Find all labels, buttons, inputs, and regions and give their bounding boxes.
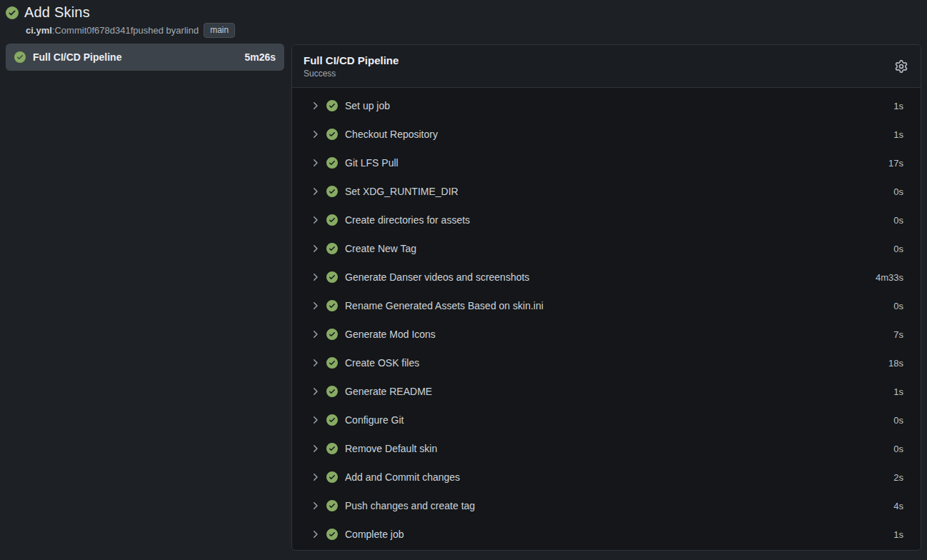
step-name: Configure Git bbox=[345, 414, 404, 426]
pushed-by-text: pushed by bbox=[133, 25, 176, 36]
commit-prefix: Commit bbox=[54, 25, 86, 36]
step-duration: 0s bbox=[893, 415, 903, 426]
step-row[interactable]: Create New Tag 0s bbox=[292, 234, 921, 263]
chevron-right-icon[interactable] bbox=[309, 529, 321, 540]
step-row[interactable]: Configure Git 0s bbox=[292, 406, 921, 434]
sidebar-job-item-full-ci-cd-pipeline[interactable]: Full CI/CD Pipeline 5m26s bbox=[6, 44, 284, 71]
step-name: Set XDG_RUNTIME_DIR bbox=[345, 186, 459, 197]
chevron-right-icon[interactable] bbox=[309, 157, 321, 169]
pusher-link[interactable]: arlind bbox=[176, 25, 199, 36]
step-row[interactable]: Create OSK files 18s bbox=[292, 349, 921, 377]
check-circle-icon bbox=[326, 300, 338, 311]
check-circle-icon bbox=[326, 529, 338, 540]
step-name: Create directories for assets bbox=[345, 214, 470, 226]
chevron-right-icon[interactable] bbox=[309, 129, 321, 140]
step-duration: 4s bbox=[893, 501, 903, 511]
step-name: Remove Default skin bbox=[345, 443, 437, 454]
step-name: Set up job bbox=[345, 100, 390, 111]
step-name: Checkout Repository bbox=[345, 129, 438, 140]
check-circle-icon bbox=[326, 329, 338, 340]
step-row[interactable]: Add and Commit changes 2s bbox=[292, 463, 921, 491]
chevron-right-icon[interactable] bbox=[309, 214, 321, 226]
job-panel-status: Success bbox=[304, 69, 399, 79]
chevron-right-icon[interactable] bbox=[309, 500, 321, 511]
step-row[interactable]: Set up job 1s bbox=[292, 91, 921, 120]
run-meta: ci.yml: Commit 0f678d341f pushed by arli… bbox=[26, 23, 235, 38]
check-circle-icon bbox=[326, 100, 338, 111]
commit-sha-link[interactable]: 0f678d341f bbox=[86, 25, 133, 36]
chevron-right-icon[interactable] bbox=[309, 357, 321, 369]
step-duration: 7s bbox=[893, 329, 903, 340]
step-row[interactable]: Complete job 1s bbox=[292, 520, 921, 549]
step-row[interactable]: Push changes and create tag 4s bbox=[292, 491, 921, 520]
step-duration: 1s bbox=[893, 101, 903, 111]
step-name: Add and Commit changes bbox=[345, 471, 460, 483]
chevron-right-icon[interactable] bbox=[309, 414, 321, 426]
job-name: Full CI/CD Pipeline bbox=[33, 51, 121, 63]
run-header: Add Skins ci.yml: Commit 0f678d341f push… bbox=[6, 4, 235, 38]
step-row[interactable]: Create directories for assets 0s bbox=[292, 206, 921, 234]
check-circle-icon bbox=[326, 471, 338, 483]
step-name: Rename Generated Assets Based on skin.in… bbox=[345, 300, 543, 311]
check-circle-icon bbox=[326, 357, 338, 369]
chevron-right-icon[interactable] bbox=[309, 186, 321, 197]
run-status-check-icon bbox=[6, 6, 19, 19]
check-circle-icon bbox=[326, 157, 338, 169]
step-name: Push changes and create tag bbox=[345, 500, 475, 511]
job-duration: 5m26s bbox=[244, 51, 276, 63]
chevron-right-icon[interactable] bbox=[309, 100, 321, 111]
chevron-right-icon[interactable] bbox=[309, 386, 321, 397]
check-circle-icon bbox=[326, 386, 338, 397]
run-title: Add Skins bbox=[24, 4, 90, 21]
chevron-right-icon[interactable] bbox=[309, 443, 321, 454]
check-circle-icon bbox=[326, 214, 338, 226]
job-panel-title: Full CI/CD Pipeline bbox=[304, 54, 399, 66]
step-name: Git LFS Pull bbox=[345, 157, 399, 169]
step-duration: 17s bbox=[888, 158, 903, 169]
step-duration: 0s bbox=[893, 244, 903, 254]
step-row[interactable]: Remove Default skin 0s bbox=[292, 434, 921, 463]
check-circle-icon bbox=[326, 443, 338, 454]
step-duration: 4m33s bbox=[876, 272, 903, 283]
step-row[interactable]: Checkout Repository 1s bbox=[292, 120, 921, 149]
step-duration: 1s bbox=[893, 386, 903, 397]
step-duration: 18s bbox=[888, 358, 903, 369]
check-circle-icon bbox=[326, 243, 338, 254]
step-duration: 0s bbox=[893, 301, 903, 311]
step-row[interactable]: Rename Generated Assets Based on skin.in… bbox=[292, 291, 921, 320]
step-row[interactable]: Set XDG_RUNTIME_DIR 0s bbox=[292, 177, 921, 206]
step-duration: 2s bbox=[893, 472, 903, 483]
step-row[interactable]: Git LFS Pull 17s bbox=[292, 149, 921, 177]
step-duration: 0s bbox=[893, 215, 903, 226]
chevron-right-icon[interactable] bbox=[309, 471, 321, 483]
step-name: Complete job bbox=[345, 529, 404, 540]
check-circle-icon bbox=[326, 500, 338, 511]
step-row[interactable]: Generate Mod Icons 7s bbox=[292, 320, 921, 349]
workflow-run-page: { "colors": { "page_bg": "#1d2125", "pan… bbox=[0, 0, 927, 560]
check-circle-icon bbox=[326, 271, 338, 283]
gear-icon[interactable] bbox=[893, 59, 909, 74]
check-circle-icon bbox=[326, 186, 338, 197]
step-name: Generate Danser videos and screenshots bbox=[345, 271, 529, 283]
chevron-right-icon[interactable] bbox=[309, 243, 321, 254]
job-panel-titles: Full CI/CD Pipeline Success bbox=[304, 54, 399, 79]
step-duration: 0s bbox=[893, 444, 903, 454]
chevron-right-icon[interactable] bbox=[309, 271, 321, 283]
jobs-sidebar: Full CI/CD Pipeline 5m26s bbox=[6, 44, 284, 71]
check-circle-icon bbox=[326, 414, 338, 426]
step-name: Generate Mod Icons bbox=[345, 329, 436, 340]
step-duration: 0s bbox=[893, 186, 903, 197]
step-row[interactable]: Generate Danser videos and screenshots 4… bbox=[292, 263, 921, 291]
chevron-right-icon[interactable] bbox=[309, 300, 321, 311]
job-status-check-icon bbox=[14, 51, 26, 63]
job-detail-panel: Full CI/CD Pipeline Success Set up job 1… bbox=[291, 44, 921, 551]
chevron-right-icon[interactable] bbox=[309, 329, 321, 340]
workflow-file: ci.yml bbox=[26, 25, 52, 36]
step-list: Set up job 1s Checkout Repository 1s Git… bbox=[292, 88, 921, 550]
step-name: Generate README bbox=[345, 386, 432, 397]
step-name: Create OSK files bbox=[345, 357, 419, 369]
step-duration: 1s bbox=[893, 529, 903, 540]
branch-badge[interactable]: main bbox=[204, 23, 235, 38]
step-row[interactable]: Generate README 1s bbox=[292, 377, 921, 406]
step-name: Create New Tag bbox=[345, 243, 416, 254]
